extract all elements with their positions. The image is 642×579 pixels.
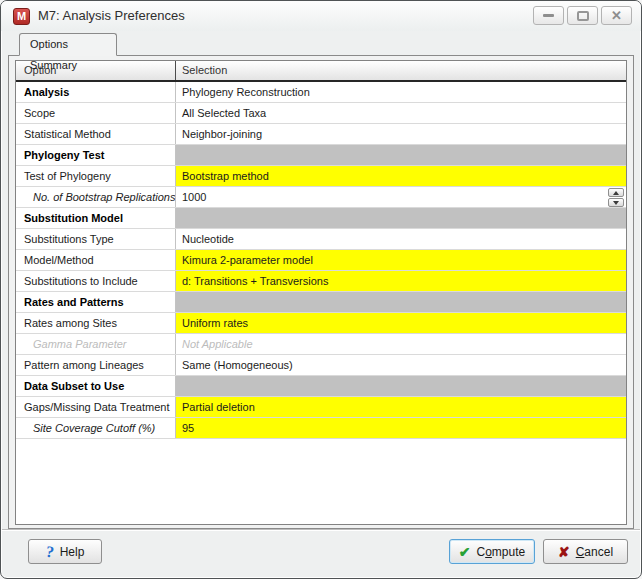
selection-cell[interactable]: All Selected Taxa (176, 103, 626, 123)
minimize-button[interactable] (533, 6, 564, 25)
window-controls: ✕ (533, 6, 632, 25)
selection-value: d: Transitions + Transversions (182, 275, 328, 287)
help-button-label: Help (60, 545, 85, 559)
selection-cell[interactable]: 95 (176, 418, 626, 438)
selection-value: Bootstrap method (182, 170, 269, 182)
table-row: Gamma Parameter Not Applicable (16, 334, 626, 355)
option-cell: Test of Phylogeny (16, 166, 176, 186)
grid-body: Analysis Phylogeny Reconstruction Scope … (16, 82, 626, 439)
selection-value: Phylogeny Reconstruction (182, 86, 310, 98)
selection-value: Nucleotide (182, 233, 234, 245)
maximize-button[interactable] (567, 6, 598, 25)
value-spinner (608, 188, 624, 207)
selection-value: 1000 (182, 191, 206, 203)
selection-value: Partial deletion (182, 401, 255, 413)
selection-cell[interactable] (176, 376, 626, 396)
table-row: Phylogeny Test (16, 145, 626, 166)
selection-value: Kimura 2-parameter model (182, 254, 313, 266)
window-title: M7: Analysis Preferences (38, 8, 185, 23)
compute-button[interactable]: ✔ Compute (449, 539, 535, 564)
table-row: Gaps/Missing Data Treatment Partial dele… (16, 397, 626, 418)
selection-value: 95 (182, 422, 194, 434)
option-cell: Substitution Model (16, 208, 176, 228)
option-cell: Phylogeny Test (16, 145, 176, 165)
minimize-icon (543, 14, 554, 17)
selection-value: Not Applicable (182, 338, 253, 350)
selection-value: Same (Homogeneous) (182, 359, 293, 371)
option-cell: Gaps/Missing Data Treatment (16, 397, 176, 417)
analysis-preferences-window: M M7: Analysis Preferences ✕ Options Sum… (0, 0, 642, 579)
table-row: Substitutions Type Nucleotide (16, 229, 626, 250)
table-row: Analysis Phylogeny Reconstruction (16, 82, 626, 103)
spinner-up-button[interactable] (608, 188, 624, 197)
spinner-down-button[interactable] (608, 198, 624, 207)
selection-cell[interactable]: Not Applicable (176, 334, 626, 354)
option-cell: Statistical Method (16, 124, 176, 144)
close-icon: ✕ (611, 9, 622, 22)
option-cell: Substitutions to Include (16, 271, 176, 291)
option-cell: Pattern among Lineages (16, 355, 176, 375)
table-row: Pattern among Lineages Same (Homogeneous… (16, 355, 626, 376)
option-cell: Gamma Parameter (16, 334, 176, 354)
mega-app-icon: M (13, 8, 30, 25)
table-row: Model/Method Kimura 2-parameter model (16, 250, 626, 271)
table-row: Test of Phylogeny Bootstrap method (16, 166, 626, 187)
selection-cell[interactable]: Bootstrap method (176, 166, 626, 186)
selection-cell[interactable]: Phylogeny Reconstruction (176, 82, 626, 102)
cancel-button-label: Cancel (576, 545, 613, 559)
option-cell: Rates among Sites (16, 313, 176, 333)
selection-cell[interactable]: d: Transitions + Transversions (176, 271, 626, 291)
selection-cell[interactable]: Neighbor-joining (176, 124, 626, 144)
titlebar[interactable]: M M7: Analysis Preferences ✕ (1, 1, 641, 31)
grid-header: Option Selection (16, 61, 626, 82)
table-row: Site Coverage Cutoff (%) 95 (16, 418, 626, 439)
selection-cell[interactable]: Uniform rates (176, 313, 626, 333)
option-cell: Substitutions Type (16, 229, 176, 249)
selection-cell[interactable] (176, 292, 626, 312)
compute-button-label: Compute (477, 545, 526, 559)
selection-cell[interactable]: Partial deletion (176, 397, 626, 417)
selection-cell[interactable]: 1000 (176, 187, 626, 207)
options-grid: Option Selection Analysis Phylogeny Reco… (15, 60, 627, 525)
option-cell: Site Coverage Cutoff (%) (16, 418, 176, 438)
close-button[interactable]: ✕ (601, 6, 632, 25)
option-cell: Data Subset to Use (16, 376, 176, 396)
selection-cell[interactable]: Kimura 2-parameter model (176, 250, 626, 270)
button-bar: ? Help ✔ Compute ✘ Cancel (2, 529, 640, 577)
option-cell: Scope (16, 103, 176, 123)
selection-value: Neighbor-joining (182, 128, 262, 140)
options-summary-panel: Option Selection Analysis Phylogeny Reco… (8, 55, 634, 529)
cancel-button[interactable]: ✘ Cancel (543, 539, 628, 564)
table-row: Rates and Patterns (16, 292, 626, 313)
x-icon: ✘ (558, 544, 570, 560)
table-row: Data Subset to Use (16, 376, 626, 397)
selection-cell[interactable]: Same (Homogeneous) (176, 355, 626, 375)
option-cell: Analysis (16, 82, 176, 102)
table-row: No. of Bootstrap Replications 1000 (16, 187, 626, 208)
selection-value: Uniform rates (182, 317, 248, 329)
table-row: Substitutions to Include d: Transitions … (16, 271, 626, 292)
question-mark-icon: ? (44, 542, 54, 561)
selection-cell[interactable]: Nucleotide (176, 229, 626, 249)
table-row: Scope All Selected Taxa (16, 103, 626, 124)
option-cell: Model/Method (16, 250, 176, 270)
option-cell: Rates and Patterns (16, 292, 176, 312)
selection-cell[interactable] (176, 145, 626, 165)
maximize-icon (577, 11, 589, 21)
help-button[interactable]: ? Help (28, 539, 102, 564)
option-cell: No. of Bootstrap Replications (16, 187, 176, 207)
tab-options-summary[interactable]: Options Summary (19, 33, 117, 56)
screen: M M7: Analysis Preferences ✕ Options Sum… (0, 0, 642, 579)
table-row: Rates among Sites Uniform rates (16, 313, 626, 334)
table-row: Statistical Method Neighbor-joining (16, 124, 626, 145)
selection-cell[interactable] (176, 208, 626, 228)
check-icon: ✔ (459, 544, 471, 560)
selection-value: All Selected Taxa (182, 107, 266, 119)
column-header-selection: Selection (176, 61, 626, 80)
table-row: Substitution Model (16, 208, 626, 229)
